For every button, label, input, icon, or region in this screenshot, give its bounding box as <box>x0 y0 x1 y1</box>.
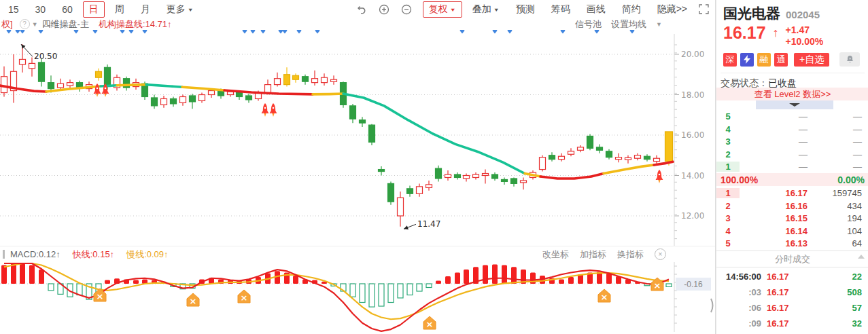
bid-level: 2 <box>716 201 740 211</box>
period-button-周[interactable]: 周 <box>109 1 131 18</box>
svg-text:20.00: 20.00 <box>681 50 704 59</box>
tool-button-4[interactable]: 画线 <box>580 1 612 18</box>
tick-trades-header: 分时成交 <box>716 250 868 267</box>
chevron-down-icon[interactable]: ▼ <box>32 21 38 28</box>
add-watchlist-button[interactable]: +自选 <box>794 53 829 67</box>
period-button-15[interactable]: 15 <box>2 2 25 17</box>
bid-ask-ratio-row: 100.00% 0.00% <box>716 173 868 186</box>
add-indicator-button[interactable]: 加指标 <box>580 248 606 261</box>
macd-value: MACD:0.12↑ <box>10 249 60 259</box>
fullscreen-icon[interactable] <box>698 3 710 15</box>
bid-volume: 64 <box>808 238 868 248</box>
flash-quote-icon <box>740 53 754 67</box>
period-button-60[interactable]: 60 <box>56 2 79 17</box>
trade-row[interactable]: 14:56:0016.1722 <box>716 269 868 284</box>
ask-volume: — <box>808 111 868 122</box>
trade-time: :06 <box>716 303 761 313</box>
ask-row[interactable]: 5—— <box>716 110 868 123</box>
bid-row[interactable]: 316.15194 <box>716 212 868 225</box>
svg-text:12.00: 12.00 <box>681 211 704 221</box>
help-icon[interactable]: ? <box>20 19 30 29</box>
tool-button-6[interactable]: 隐藏>> <box>651 1 693 18</box>
ma-settings-button[interactable]: 设置均线 <box>611 18 646 31</box>
bid-price: 16.17 <box>740 188 808 198</box>
ask-row[interactable]: 4—— <box>716 123 868 136</box>
toolbar-icon-group <box>356 3 413 15</box>
svg-text:×: × <box>190 296 197 306</box>
trade-row[interactable]: :0616.1757 <box>716 300 868 316</box>
signal-pool-button[interactable]: 信号池 <box>575 18 602 31</box>
trade-time: 14:56:00 <box>716 272 761 282</box>
trade-volume: 32 <box>805 318 868 329</box>
bid-row[interactable]: 216.16434 <box>716 200 868 212</box>
close-indicator-icon[interactable]: × <box>655 248 666 260</box>
ask-volume: — <box>808 124 868 134</box>
sell-ratio: 0.00% <box>837 174 865 185</box>
ask-price: — <box>740 136 808 147</box>
collapse-handle[interactable] <box>756 100 833 109</box>
zoom-in-icon[interactable] <box>379 3 390 15</box>
buy-ratio: 100.00% <box>721 174 758 185</box>
ask-row[interactable]: 1—— <box>716 160 868 173</box>
chart-toolbar: 153060日周月更多▼ 复权▼叠加▼预测筹码画线简约隐藏>> <box>0 0 715 19</box>
macd-fast-value: 快线:0.15↑ <box>73 248 114 261</box>
bid-volume: 434 <box>808 201 868 211</box>
tool-button-2[interactable]: 预测 <box>510 1 541 18</box>
last-price: 16.17 <box>723 24 766 41</box>
indicator-dropdown[interactable]: 四维操盘-主 <box>42 18 89 31</box>
bid-volume: 159745 <box>808 188 868 198</box>
scroll-up-icon[interactable] <box>858 255 865 259</box>
period-button-更多[interactable]: 更多▼ <box>160 1 200 18</box>
ask-volume: — <box>808 149 868 160</box>
ask-row[interactable]: 2—— <box>716 148 868 161</box>
tool-button-0[interactable]: 复权▼ <box>423 1 462 18</box>
price-up-arrow-icon: ↑ <box>773 26 779 40</box>
period-button-月[interactable]: 月 <box>135 1 156 18</box>
chevron-down-icon: ▼ <box>188 6 194 12</box>
indicator-handle-icon[interactable] <box>3 250 5 259</box>
trade-time: :09 <box>716 318 761 329</box>
trade-volume: 508 <box>805 287 868 297</box>
tool-label: 简约 <box>622 3 641 16</box>
tool-label: 筹码 <box>551 3 570 16</box>
tool-button-5[interactable]: 简约 <box>616 1 647 18</box>
period-button-30[interactable]: 30 <box>29 2 52 17</box>
ask-level: 3 <box>716 136 740 147</box>
bid-level: 1 <box>716 188 740 198</box>
rocket-signals-layer <box>94 84 663 183</box>
zoom-out-icon[interactable] <box>401 3 413 15</box>
chart-area: 20.0018.0016.0014.0012.0020.5011.47×××××… <box>0 0 716 334</box>
tool-button-1[interactable]: 叠加▼ <box>466 1 506 18</box>
bid-volume: 194 <box>808 213 868 223</box>
bid-price: 16.13 <box>740 238 808 248</box>
bid-row[interactable]: 116.17159745 <box>716 187 868 200</box>
tool-button-3[interactable]: 筹码 <box>545 1 576 18</box>
ask-price: — <box>740 149 808 160</box>
ask-row[interactable]: 3—— <box>716 135 868 148</box>
main-chart-canvas[interactable]: 20.0018.0016.0014.0012.0020.5011.47×××××… <box>0 0 715 334</box>
institution-line-layer <box>0 85 673 179</box>
period-label: 日 <box>89 3 99 16</box>
chevron-down-icon[interactable]: ▼ <box>656 21 662 28</box>
period-button-日[interactable]: 日 <box>83 1 105 18</box>
trade-price: 16.17 <box>767 287 805 297</box>
bid-row[interactable]: 516.1364 <box>716 237 868 250</box>
bid-level: 3 <box>716 213 740 223</box>
undo-icon[interactable] <box>356 3 368 15</box>
trade-time: :03 <box>716 287 761 297</box>
trade-row[interactable]: :0916.1732 <box>716 316 868 331</box>
switch-indicator-button[interactable]: 换指标 <box>617 248 644 261</box>
change-axis-button[interactable]: 改坐标 <box>542 248 569 261</box>
quote-panel: 国光电器 002045 16.17 ↑ +1.47 +10.00% 深 融 通 … <box>716 0 868 334</box>
ask-level: 5 <box>716 111 740 122</box>
ask-level: 1 <box>716 162 740 172</box>
ask-level: 4 <box>716 124 740 134</box>
level2-link[interactable]: 查看 Level2 数据>> <box>716 88 868 100</box>
candles-layer <box>1 44 673 227</box>
price-change: +1.47 <box>786 24 824 36</box>
period-button-group: 153060日周月更多▼ <box>0 1 202 18</box>
bid-row[interactable]: 416.14104 <box>716 225 868 238</box>
trade-row[interactable]: :0316.17508 <box>716 284 868 300</box>
alert-bell-icon[interactable] <box>839 52 860 67</box>
chart-legend-row: 权] ? ▼ 四维操盘-主 机构操盘线:14.71↑ 信号池 设置均线 ▼ <box>0 18 715 30</box>
